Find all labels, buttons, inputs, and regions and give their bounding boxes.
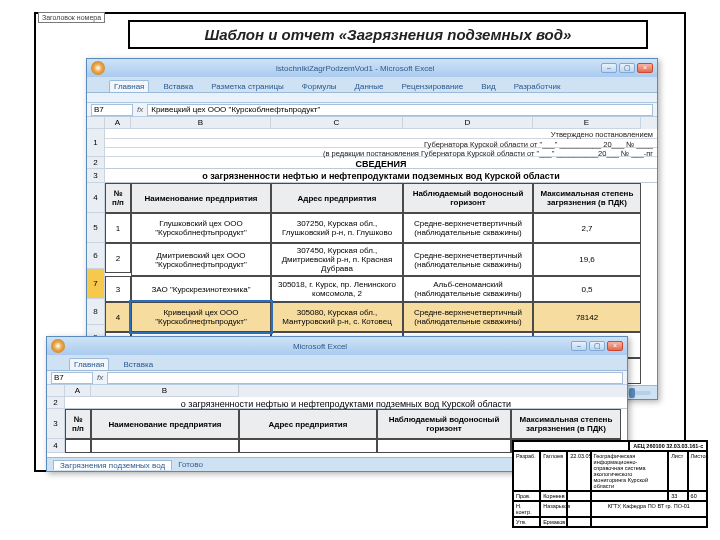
th-pdk: Максимальная степень загрязнения (в ПДК): [533, 183, 641, 213]
cell[interactable]: 78142: [533, 302, 641, 332]
minimize-button[interactable]: –: [571, 341, 587, 351]
sheet-tab[interactable]: Загрязнения подземных вод: [53, 460, 172, 470]
tab-view[interactable]: Вид: [477, 81, 499, 92]
maximize-button[interactable]: ▢: [589, 341, 605, 351]
slide-title: Шаблон и отчет «Загрязнения подземных во…: [128, 20, 648, 49]
tab-insert[interactable]: Вставка: [119, 359, 157, 370]
stamp-code: АЕЦ 260100 32.03.03.161-с: [629, 441, 707, 451]
status-ready: Готово: [178, 460, 203, 469]
col-header-b[interactable]: B: [91, 385, 239, 397]
empty-cell[interactable]: [239, 439, 377, 453]
empty-cell[interactable]: [377, 439, 511, 453]
cell[interactable]: Глушковский цех ООО "Курскоблнефтьпродук…: [131, 213, 271, 243]
drawing-stamp: АЕЦ 260100 32.03.03.161-с Разраб.Гаглоев…: [512, 440, 708, 528]
maximize-button[interactable]: ▢: [619, 63, 635, 73]
cell[interactable]: 307250, Курская обл., Глушковский р-н, п…: [271, 213, 403, 243]
tab-layout[interactable]: Разметка страницы: [207, 81, 288, 92]
col-header-a[interactable]: A: [105, 117, 131, 129]
cell[interactable]: 19,6: [533, 243, 641, 276]
approval-line-2: Губернатора Курской области от "___" ___…: [105, 139, 657, 148]
cell[interactable]: Средне-верхнечетвертичный (наблюдательны…: [403, 302, 533, 332]
cell[interactable]: Средне-верхнечетвертичный (наблюдательны…: [403, 213, 533, 243]
cell[interactable]: 0,5: [533, 276, 641, 302]
tab-formulas[interactable]: Формулы: [298, 81, 341, 92]
th-addr: Адрес предприятия: [239, 409, 377, 439]
th-pdk: Максимальная степень загрязнения (в ПДК): [511, 409, 621, 439]
titlebar[interactable]: Microsoft Excel – ▢ ×: [47, 337, 627, 355]
cell[interactable]: 2,7: [533, 213, 641, 243]
doc-title-1: СВЕДЕНИЯ: [105, 157, 657, 169]
ribbon-tabs: Главная Вставка Разметка страницы Формул…: [87, 77, 657, 93]
cell[interactable]: 4: [105, 302, 131, 332]
empty-cell[interactable]: [91, 439, 239, 453]
col-header-b[interactable]: B: [131, 117, 271, 129]
cell[interactable]: ЗАО "Курскрезинотехника": [131, 276, 271, 302]
titlebar[interactable]: IstochnikiZagrPodzemVod1 - Microsoft Exc…: [87, 59, 657, 77]
formula-bar: B7 fx Кривецкий цех ООО "Курскоблнефтьпр…: [87, 103, 657, 117]
fx-icon[interactable]: fx: [97, 373, 103, 382]
office-orb-icon[interactable]: [51, 339, 65, 353]
cell[interactable]: 305018, г. Курск, пр. Ленинского комсомо…: [271, 276, 403, 302]
th-horizon: Наблюдаемый водоносный горизонт: [403, 183, 533, 213]
window-title: Microsoft Excel: [69, 342, 571, 351]
stamp-org: КГТУ, Кафедра ПО ВТ гр. ПО-01: [591, 501, 707, 517]
tab-home[interactable]: Главная: [69, 358, 109, 370]
ribbon-tabs: Главная Вставка: [47, 355, 627, 371]
close-button[interactable]: ×: [607, 341, 623, 351]
cell[interactable]: Альб-сеноманский (наблюдательные скважин…: [403, 276, 533, 302]
th-name: Наименование предприятия: [91, 409, 239, 439]
cell[interactable]: Дмитриевский цех ООО "Курскоблнефтьпроду…: [131, 243, 271, 276]
ribbon-body: [87, 93, 657, 103]
formula-bar: B7 fx: [47, 371, 627, 385]
fx-icon[interactable]: fx: [137, 105, 143, 114]
col-header-d[interactable]: D: [403, 117, 533, 129]
minimize-button[interactable]: –: [601, 63, 617, 73]
empty-cell[interactable]: [65, 439, 91, 453]
th-addr: Адрес предприятия: [271, 183, 403, 213]
doc-title-2: о загрязненности нефтью и нефтепродуктам…: [105, 169, 657, 183]
name-box[interactable]: B7: [91, 104, 133, 116]
tab-insert[interactable]: Вставка: [159, 81, 197, 92]
th-num: № п/п: [105, 183, 131, 213]
tab-review[interactable]: Рецензирование: [397, 81, 467, 92]
tab-data[interactable]: Данные: [351, 81, 388, 92]
name-box[interactable]: B7: [51, 372, 93, 384]
close-button[interactable]: ×: [637, 63, 653, 73]
stamp-project: Географическая информационно-справочная …: [591, 451, 669, 491]
cell[interactable]: 305080, Курская обл., Мантуровский р-н, …: [271, 302, 403, 332]
th-num: № п/п: [65, 409, 91, 439]
office-orb-icon[interactable]: [91, 61, 105, 75]
cell[interactable]: 1: [105, 213, 131, 243]
formula-input[interactable]: [107, 372, 623, 384]
doc-title-2: о загрязненности нефтью и нефтепродуктам…: [65, 397, 627, 409]
th-horizon: Наблюдаемый водоносный горизонт: [377, 409, 511, 439]
cell[interactable]: 307450, Курская обл., Дмитриевский р-н, …: [271, 243, 403, 276]
th-name: Наименование предприятия: [131, 183, 271, 213]
window-title: IstochnikiZagrPodzemVod1 - Microsoft Exc…: [109, 64, 601, 73]
col-header-c[interactable]: C: [271, 117, 403, 129]
approval-line-3: (в редакции постановления Губернатора Ку…: [105, 148, 657, 157]
formula-input[interactable]: Кривецкий цех ООО "Курскоблнефтьпродукт": [147, 104, 653, 116]
cell[interactable]: 3: [105, 276, 131, 302]
col-header-e[interactable]: E: [533, 117, 641, 129]
cell[interactable]: Средне-верхнечетвертичный (наблюдательны…: [403, 243, 533, 276]
cell[interactable]: 2: [105, 243, 131, 273]
approval-line-1: Утверждено постановлением: [105, 129, 657, 139]
tab-home[interactable]: Главная: [109, 80, 149, 92]
tab-developer[interactable]: Разработчик: [510, 81, 565, 92]
col-header-a[interactable]: A: [65, 385, 91, 397]
active-cell[interactable]: Кривецкий цех ООО "Курскоблнефтьпродукт": [131, 302, 271, 332]
slide-number-placeholder: Заголовок номера: [38, 12, 105, 23]
